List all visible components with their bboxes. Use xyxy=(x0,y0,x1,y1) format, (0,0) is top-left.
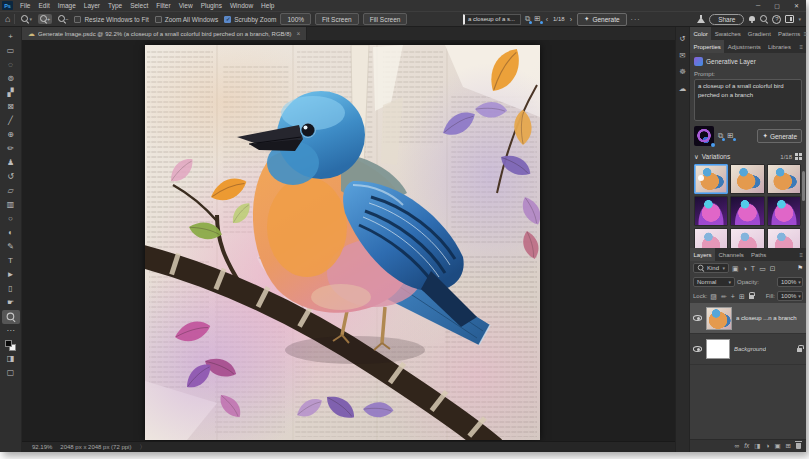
menu-item-window[interactable]: Window xyxy=(226,2,257,9)
foreground-background-swatches[interactable] xyxy=(5,340,16,351)
variation-thumbnail-8[interactable] xyxy=(730,228,764,248)
link-layers-icon[interactable]: ∞ xyxy=(735,443,740,450)
cloud-sync-icon[interactable]: ☁ xyxy=(679,85,687,93)
zoom-level[interactable]: 92.19% xyxy=(32,444,52,450)
taskbar-prompt-field[interactable]: a closeup of a s... xyxy=(463,14,521,25)
fit-screen-button[interactable]: Fit Screen xyxy=(315,13,359,25)
tool-quick-mask[interactable]: ◨ xyxy=(2,352,20,366)
filter-type-layers-icon[interactable]: T xyxy=(750,265,756,272)
tab-adjustments[interactable]: Adjustments xyxy=(724,40,764,53)
tool-brush[interactable]: ✏ xyxy=(2,142,20,156)
tool-gradient[interactable]: ▥ xyxy=(2,198,20,212)
layer-row-background[interactable]: Background xyxy=(690,334,806,365)
variation-thumbnail-4[interactable] xyxy=(694,196,728,226)
reference-image-thumbnail[interactable] xyxy=(694,126,714,146)
generate-button-taskbar[interactable]: ✦Generate xyxy=(577,13,627,26)
generate-similar-icon[interactable]: ⊞ xyxy=(534,15,540,23)
tool-screen-mode[interactable]: ▢ xyxy=(2,366,20,380)
tab-properties[interactable]: Properties xyxy=(690,40,724,53)
tool-eyedropper[interactable]: ╱ xyxy=(2,114,20,128)
panel-menu-icon[interactable]: ≡ xyxy=(804,27,809,40)
workspace-switcher-icon[interactable] xyxy=(785,15,794,23)
tool-move[interactable]: + xyxy=(2,30,20,44)
tab-layers[interactable]: Layers xyxy=(690,248,715,261)
menu-item-select[interactable]: Select xyxy=(126,2,152,9)
visibility-eye-icon[interactable] xyxy=(693,346,702,352)
tab-close-icon[interactable]: × xyxy=(297,30,301,37)
variation-thumbnail-2[interactable] xyxy=(730,164,764,194)
lock-artboard-icon[interactable]: ⊞ xyxy=(738,293,746,300)
checkbox-box[interactable] xyxy=(155,16,162,23)
panel-menu-icon[interactable]: ≡ xyxy=(799,40,806,53)
reference-image-icon[interactable]: ⧉ xyxy=(525,15,530,23)
more-options-button[interactable]: ··· xyxy=(631,16,641,23)
tool-rectangle[interactable]: ▯ xyxy=(2,282,20,296)
generate-button[interactable]: ✦Generate xyxy=(757,129,802,143)
blend-mode-dropdown[interactable]: Normal▾ xyxy=(693,277,735,287)
panel-menu-icon[interactable]: ≡ xyxy=(799,248,806,261)
generate-similar-icon[interactable]: ⊞ xyxy=(727,132,733,140)
tool-object-selection[interactable]: ⊚ xyxy=(2,72,20,86)
document-tab[interactable]: ☁ Generate Image.psdc @ 92.2% (a closeup… xyxy=(22,27,307,40)
grid-view-icon[interactable] xyxy=(795,153,802,160)
layer-mask-icon[interactable]: ◨ xyxy=(754,443,760,450)
variation-thumbnail-7[interactable] xyxy=(694,228,728,248)
filter-kind-dropdown[interactable]: Kind▾ xyxy=(693,263,729,273)
opacity-dropdown[interactable]: 100%▾ xyxy=(777,277,803,287)
maximize-button[interactable]: ▢ xyxy=(767,2,787,9)
checkbox-box[interactable] xyxy=(74,16,81,23)
status-chevron-icon[interactable]: 〉 xyxy=(139,443,145,452)
menu-item-file[interactable]: File xyxy=(16,2,34,9)
menu-item-type[interactable]: Type xyxy=(104,2,126,9)
tool-crop[interactable]: ▞ xyxy=(2,86,20,100)
filter-adjustment-layers-icon[interactable]: ◑ xyxy=(742,265,748,272)
layer-style-fx-icon[interactable]: fx xyxy=(744,443,749,450)
search-icon[interactable] xyxy=(760,15,768,23)
home-icon[interactable]: ⌂ xyxy=(5,15,10,24)
tool-path-selection[interactable]: ► xyxy=(2,268,20,282)
variation-thumbnail-1[interactable] xyxy=(694,164,728,194)
variation-thumbnail-9[interactable] xyxy=(767,228,801,248)
pasteboard[interactable] xyxy=(22,40,675,441)
layer-name[interactable]: Background xyxy=(734,346,766,352)
notifications-bell-icon[interactable] xyxy=(748,15,756,24)
lock-all-icon[interactable] xyxy=(749,295,754,299)
next-variation-button[interactable]: › xyxy=(569,16,573,23)
tab-gradient[interactable]: Gradient xyxy=(744,27,774,40)
canvas-artwork[interactable] xyxy=(145,45,540,440)
tool-edit-toolbar[interactable]: ⋯ xyxy=(2,324,20,338)
adjustment-layer-icon[interactable]: ◑ xyxy=(765,443,769,450)
new-layer-icon[interactable]: ⊞ xyxy=(786,443,791,450)
tool-history-brush[interactable]: ↺ xyxy=(2,170,20,184)
checkbox-resize-windows-to-fit[interactable]: Resize Windows to Fit xyxy=(74,16,148,23)
filter-toggle-icon[interactable]: ⚑ xyxy=(797,264,803,272)
menu-item-view[interactable]: View xyxy=(175,2,197,9)
tool-pen[interactable]: ✎ xyxy=(2,240,20,254)
tool-color-swatches[interactable] xyxy=(2,338,20,352)
layer-thumbnail[interactable] xyxy=(706,339,730,359)
menu-item-edit[interactable]: Edit xyxy=(34,2,53,9)
layer-name[interactable]: a closeup ...n a branch xyxy=(736,315,797,321)
previous-variation-button[interactable]: ‹ xyxy=(545,16,549,23)
tab-libraries[interactable]: Libraries xyxy=(764,40,794,53)
lock-pixels-icon[interactable]: ✏ xyxy=(720,293,728,300)
menu-item-image[interactable]: Image xyxy=(54,2,80,9)
tab-color[interactable]: Color xyxy=(690,27,711,40)
zoom-100-button[interactable]: 100% xyxy=(280,13,311,25)
variations-scrollbar[interactable] xyxy=(802,171,805,201)
tool-lasso[interactable]: ◌ xyxy=(2,58,20,72)
minimize-button[interactable]: ─ xyxy=(749,2,767,9)
reference-image-icon[interactable]: ⧉ xyxy=(718,132,723,140)
variation-thumbnail-3[interactable] xyxy=(767,164,801,194)
tool-dodge[interactable]: ◐ xyxy=(2,226,20,240)
beta-flask-icon[interactable] xyxy=(696,15,705,24)
variation-thumbnail-5[interactable] xyxy=(730,196,764,226)
comments-icon[interactable]: ✉ xyxy=(679,52,685,60)
lock-transparency-icon[interactable]: ▨ xyxy=(709,293,718,300)
checkbox-zoom-all-windows[interactable]: Zoom All Windows xyxy=(155,16,218,23)
settings-wheel-icon[interactable]: ☸ xyxy=(679,68,686,76)
help-icon[interactable]: ? xyxy=(772,15,781,24)
menu-item-filter[interactable]: Filter xyxy=(152,2,174,9)
zoom-tool-preset[interactable]: ▾ xyxy=(19,14,34,24)
fill-dropdown[interactable]: 100%▾ xyxy=(777,291,803,301)
